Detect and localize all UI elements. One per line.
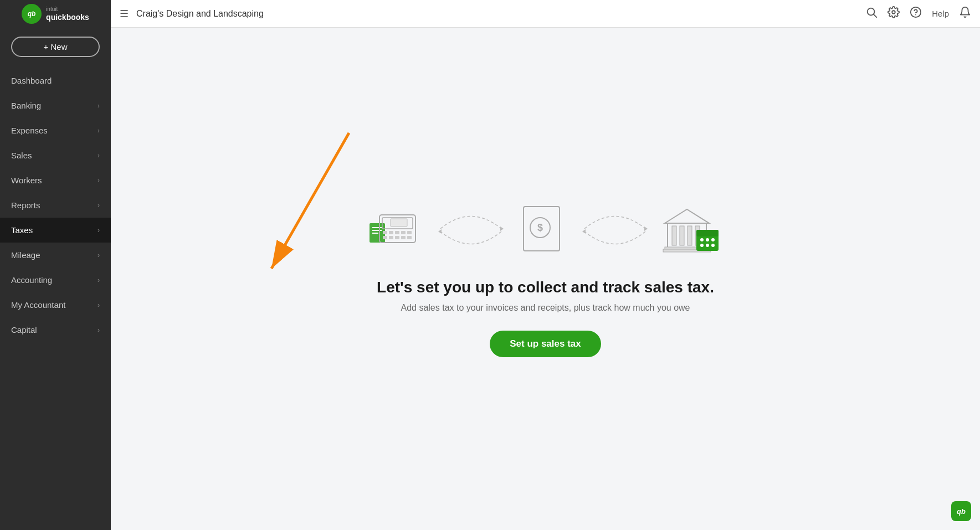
- sidebar-item-sales[interactable]: Sales ›: [0, 143, 111, 168]
- invoice-svg: $: [518, 201, 568, 256]
- setup-sales-tax-button[interactable]: Set up sales tax: [490, 331, 601, 357]
- sales-tax-illustration: $: [368, 201, 723, 256]
- chevron-right-icon: ›: [98, 251, 100, 259]
- sidebar-item-workers[interactable]: Workers ›: [0, 168, 111, 193]
- sidebar-item-taxes[interactable]: Taxes ›: [0, 218, 111, 243]
- svg-marker-29: [644, 227, 648, 231]
- svg-rect-18: [383, 236, 387, 239]
- main-layout: + New Dashboard Banking › Expenses › Sal…: [0, 28, 980, 530]
- svg-rect-15: [395, 231, 399, 234]
- qb-logo-text: intuit quickbooks: [46, 6, 89, 22]
- svg-point-44: [700, 244, 704, 247]
- svg-rect-21: [401, 236, 406, 239]
- svg-rect-20: [395, 236, 399, 239]
- qb-logo-area: intuit quickbooks: [0, 0, 111, 28]
- new-button[interactable]: + New: [11, 37, 100, 57]
- help-label[interactable]: Help: [932, 9, 949, 18]
- svg-point-2: [892, 11, 895, 14]
- svg-rect-40: [696, 230, 719, 236]
- sidebar-item-capital[interactable]: Capital ›: [0, 317, 111, 342]
- sidebar: + New Dashboard Banking › Expenses › Sal…: [0, 28, 111, 530]
- sidebar-item-accounting[interactable]: Accounting ›: [0, 267, 111, 292]
- top-header: ☰ Craig's Design and Landscaping: [111, 0, 980, 27]
- flow-arrows-right-svg: [579, 201, 651, 256]
- bank-svg: [662, 201, 723, 256]
- svg-point-42: [706, 238, 709, 241]
- sidebar-item-reports[interactable]: Reports ›: [0, 193, 111, 218]
- header-actions: Help: [865, 6, 971, 21]
- chevron-right-icon: ›: [98, 276, 100, 284]
- svg-rect-23: [391, 219, 407, 227]
- chevron-right-icon: ›: [98, 152, 100, 159]
- svg-point-45: [706, 244, 709, 247]
- chevron-right-icon: ›: [98, 102, 100, 110]
- content-area: $: [111, 28, 980, 530]
- sidebar-item-banking[interactable]: Banking ›: [0, 93, 111, 118]
- svg-rect-17: [407, 231, 412, 234]
- sales-tax-container: $: [368, 201, 723, 357]
- settings-icon[interactable]: [887, 6, 900, 21]
- svg-line-1: [874, 14, 876, 17]
- sidebar-item-mileage[interactable]: Mileage ›: [0, 243, 111, 267]
- svg-rect-16: [401, 231, 406, 234]
- svg-rect-19: [389, 236, 393, 239]
- chevron-right-icon: ›: [98, 202, 100, 209]
- full-header: intuit quickbooks ☰ Craig's Design and L…: [0, 0, 980, 28]
- search-icon[interactable]: [865, 6, 878, 21]
- svg-marker-30: [582, 229, 586, 234]
- sidebar-item-my-accountant[interactable]: My Accountant ›: [0, 292, 111, 317]
- chevron-right-icon: ›: [98, 227, 100, 234]
- sidebar-item-dashboard[interactable]: Dashboard: [0, 68, 111, 93]
- svg-rect-34: [687, 226, 692, 245]
- svg-rect-32: [672, 226, 676, 245]
- chevron-right-icon: ›: [98, 301, 100, 309]
- qb-logo: intuit quickbooks: [22, 4, 89, 24]
- notifications-icon[interactable]: [959, 6, 971, 21]
- svg-rect-33: [680, 226, 684, 245]
- svg-point-41: [700, 238, 704, 241]
- svg-marker-25: [438, 229, 442, 234]
- cash-register-svg: [368, 201, 424, 256]
- main-subtext: Add sales tax to your invoices and recei…: [368, 303, 723, 313]
- bottom-right-qb-logo: qb: [951, 501, 971, 521]
- svg-marker-24: [500, 227, 504, 231]
- help-icon[interactable]: [910, 6, 922, 21]
- flow-arrows-svg: [435, 201, 507, 256]
- svg-marker-36: [665, 209, 709, 223]
- sidebar-item-expenses[interactable]: Expenses ›: [0, 118, 111, 143]
- orange-annotation-arrow: [255, 127, 366, 285]
- svg-rect-22: [407, 236, 412, 239]
- svg-point-46: [711, 244, 715, 247]
- new-button-wrapper: + New: [0, 37, 111, 68]
- svg-rect-13: [383, 231, 387, 234]
- chevron-right-icon: ›: [98, 177, 100, 184]
- company-name: Craig's Design and Landscaping: [136, 9, 264, 19]
- qb-logo-icon: [22, 4, 42, 24]
- svg-text:$: $: [537, 222, 542, 233]
- main-heading: Let's set you up to collect and track sa…: [368, 279, 723, 296]
- svg-point-43: [711, 238, 715, 241]
- chevron-right-icon: ›: [98, 127, 100, 135]
- hamburger-icon[interactable]: ☰: [120, 8, 129, 20]
- chevron-right-icon: ›: [98, 326, 100, 334]
- svg-rect-14: [389, 231, 393, 234]
- svg-line-6: [271, 133, 349, 269]
